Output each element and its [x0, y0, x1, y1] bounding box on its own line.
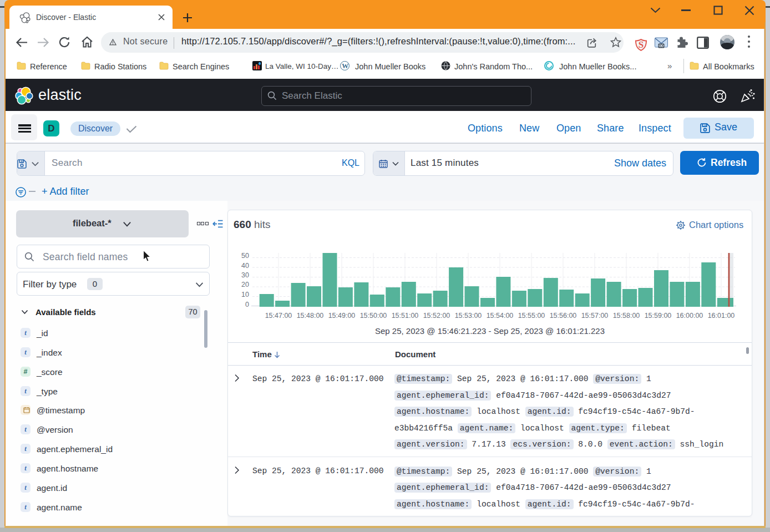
svg-text:S: S — [639, 39, 644, 50]
